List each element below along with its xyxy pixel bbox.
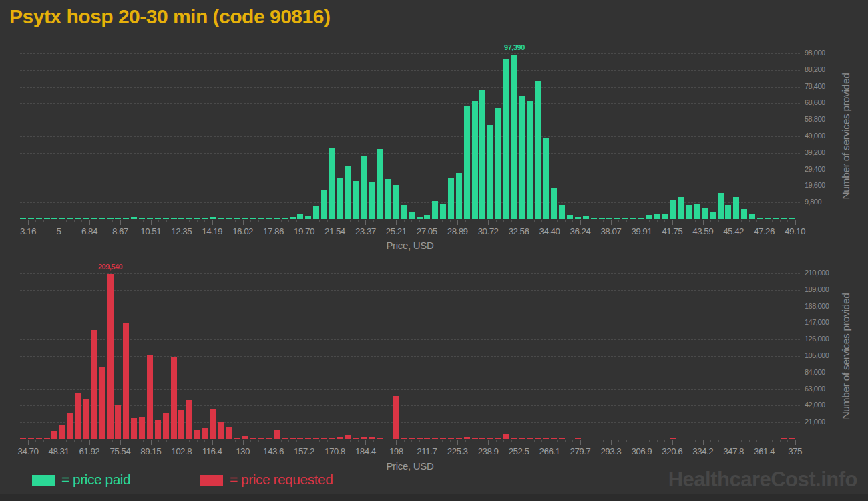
histogram-bar xyxy=(139,218,145,219)
x-tick-mark xyxy=(603,220,604,222)
x-tick-mark xyxy=(365,440,366,445)
histogram-bar xyxy=(630,218,636,219)
histogram-bar xyxy=(749,214,755,219)
price-paid-swatch xyxy=(32,475,55,486)
histogram-bar xyxy=(551,188,557,219)
histogram-bar xyxy=(773,218,779,219)
x-tick-mark xyxy=(565,220,566,222)
x-tick-mark xyxy=(718,440,719,442)
histogram-bar xyxy=(234,438,240,439)
x-tick-mark xyxy=(749,440,750,442)
x-tick-mark xyxy=(756,440,757,442)
histogram-bar xyxy=(337,178,343,219)
x-tick-mark xyxy=(435,440,435,442)
histogram-bar xyxy=(456,173,462,219)
y-tick-label: 189,000 xyxy=(805,285,829,293)
histogram-bar xyxy=(781,438,787,439)
histogram-bar xyxy=(345,435,351,439)
histogram-bar xyxy=(559,205,565,219)
histogram-bar xyxy=(599,218,605,219)
histogram-bar xyxy=(789,218,795,219)
y-tick-label: 84,000 xyxy=(805,368,825,376)
x-tick-mark xyxy=(565,440,566,442)
histogram-bar xyxy=(115,218,121,219)
histogram-bar xyxy=(401,205,407,219)
gridline xyxy=(20,323,800,323)
x-tick-mark xyxy=(274,440,274,445)
x-tick-mark xyxy=(450,440,451,442)
x-tick-mark xyxy=(158,220,159,222)
x-tick-mark xyxy=(511,220,512,222)
y-tick-label: 147,000 xyxy=(805,319,829,327)
x-tick-mark xyxy=(519,440,519,445)
x-tick-mark xyxy=(503,220,504,222)
histogram-bar xyxy=(741,209,747,219)
histogram-bar xyxy=(495,108,501,219)
x-tick-mark xyxy=(350,440,351,442)
histogram-bar xyxy=(503,434,509,439)
histogram-bar xyxy=(535,438,541,439)
histogram-bar xyxy=(559,438,565,439)
x-tick-mark xyxy=(220,220,220,222)
x-tick-mark xyxy=(381,220,381,222)
histogram-bar xyxy=(131,418,137,439)
histogram-bar xyxy=(329,438,335,439)
y-tick-label: 58,800 xyxy=(805,116,825,124)
x-tick-mark xyxy=(197,220,198,222)
y-tick-label: 29,400 xyxy=(805,165,825,173)
histogram-bar xyxy=(479,438,485,439)
gridline xyxy=(20,389,800,390)
x-tick-mark xyxy=(197,440,198,442)
x-tick-mark xyxy=(481,440,481,442)
x-tick-mark xyxy=(212,220,213,225)
histogram-bar xyxy=(694,204,700,219)
histogram-bar xyxy=(424,215,430,219)
gridline xyxy=(20,356,800,357)
x-tick-mark xyxy=(343,220,343,222)
histogram-bar xyxy=(464,437,470,439)
x-tick-mark xyxy=(672,220,673,225)
histogram-bar xyxy=(377,438,383,439)
histogram-bar xyxy=(20,438,26,439)
x-tick-mark xyxy=(312,220,312,222)
histogram-bar xyxy=(591,218,597,219)
x-tick-mark xyxy=(59,220,59,225)
x-tick-mark xyxy=(89,220,90,225)
x-tick-mark xyxy=(143,440,144,442)
x-tick-mark xyxy=(618,440,619,442)
x-tick-mark xyxy=(266,220,266,222)
histogram-bar xyxy=(282,438,288,439)
x-tick-mark xyxy=(496,220,497,222)
x-tick-mark xyxy=(503,440,504,442)
x-tick-mark xyxy=(772,440,773,442)
histogram-bar xyxy=(424,438,430,439)
histogram-bar xyxy=(401,438,407,439)
histogram-bar xyxy=(313,206,319,219)
x-tick-mark xyxy=(250,440,251,442)
histogram-bar xyxy=(417,217,423,219)
price-requested-legend-label: = price requested xyxy=(230,472,333,488)
histogram-bar xyxy=(495,438,501,439)
x-tick-mark xyxy=(626,440,627,442)
x-axis-title-top: Price, USD xyxy=(343,240,477,251)
x-tick-mark xyxy=(419,440,420,442)
x-tick-mark xyxy=(488,440,489,445)
gridline xyxy=(20,339,800,340)
histogram-bar xyxy=(393,185,399,219)
histogram-bar xyxy=(345,166,351,219)
x-tick-mark xyxy=(28,220,29,225)
x-tick-mark xyxy=(128,220,128,222)
gridline xyxy=(20,373,800,373)
x-tick-mark xyxy=(741,220,742,222)
histogram-bar xyxy=(51,218,57,219)
x-tick-mark xyxy=(527,440,527,442)
histogram-bar xyxy=(59,425,65,439)
x-tick-mark xyxy=(281,440,282,442)
histogram-bar xyxy=(670,200,676,219)
histogram-bar xyxy=(266,438,272,439)
y-axis-title-top: Number of services provided xyxy=(840,29,853,243)
histogram-bar xyxy=(583,216,589,219)
x-tick-mark xyxy=(182,440,182,445)
histogram-bar xyxy=(575,217,581,219)
histogram-bar xyxy=(186,400,192,439)
